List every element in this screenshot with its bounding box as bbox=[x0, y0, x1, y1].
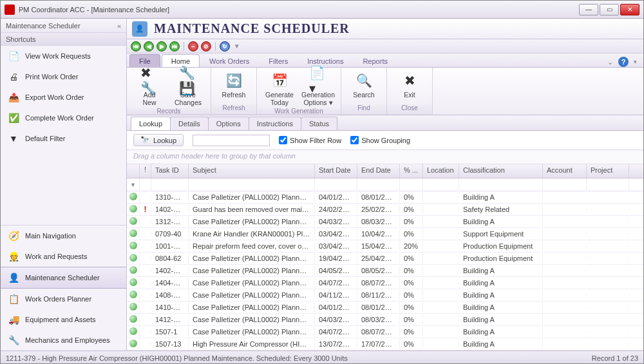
cell bbox=[423, 294, 459, 296]
qa-delete[interactable]: – bbox=[188, 41, 198, 52]
sidebar-header: Maintenance Scheduler « bbox=[1, 19, 126, 33]
close-button[interactable]: ✕ bbox=[620, 4, 639, 15]
ribbon-tab[interactable]: Work Orders bbox=[200, 54, 259, 67]
shortcut-icon: 📤 bbox=[7, 91, 20, 104]
table-row[interactable]: 1310-394Case Palletizer (PALL0002) Plann… bbox=[127, 191, 643, 204]
shortcut-item[interactable]: 📤Export Work Order bbox=[1, 87, 126, 108]
grouping-check[interactable] bbox=[350, 136, 359, 144]
sub-tab[interactable]: Instructions bbox=[249, 117, 301, 130]
qa-dropdown-icon[interactable]: ▾ bbox=[235, 42, 239, 50]
maximize-button[interactable]: ▭ bbox=[600, 4, 619, 15]
cell bbox=[423, 330, 459, 333]
column-header[interactable]: End Date bbox=[357, 164, 400, 178]
table-row[interactable]: 1404-400Case Palletizer (PALL0002) Plann… bbox=[127, 277, 643, 289]
qa-prev[interactable]: ◀ bbox=[144, 41, 154, 52]
shortcut-item[interactable]: 📄View Work Requests bbox=[1, 46, 126, 66]
column-header[interactable] bbox=[127, 164, 140, 178]
content: 👤 MAINTENANCE SCHEDULER ⏮ ◀ ▶ ⏭ – ⊘ ↻ ▾ … bbox=[127, 19, 643, 350]
collapse-icon[interactable]: « bbox=[117, 22, 121, 30]
filter-row-check[interactable] bbox=[279, 136, 287, 144]
search-button[interactable]: 🔍Search bbox=[345, 70, 383, 100]
table-row[interactable]: 0709-40Krane Air Handler (KRAN00001) Pla… bbox=[127, 228, 643, 240]
shortcut-item[interactable]: ✅Complete Work Order bbox=[1, 108, 126, 128]
table-row[interactable]: 1507-1Case Palletizer (PALL0002) Planned… bbox=[127, 326, 643, 338]
show-filter-row-checkbox[interactable]: Show Filter Row bbox=[279, 136, 341, 144]
help-icon[interactable]: ? bbox=[618, 57, 629, 67]
group-drop-area[interactable]: Drag a column header here to group by th… bbox=[127, 150, 643, 164]
nav-item[interactable]: 🚚Equipment and Assets bbox=[1, 309, 126, 330]
filter-cell[interactable] bbox=[423, 178, 459, 191]
ribbon-tab[interactable]: Reports bbox=[353, 54, 397, 67]
column-header[interactable]: Account bbox=[543, 164, 587, 178]
show-grouping-checkbox[interactable]: Show Grouping bbox=[350, 136, 410, 144]
cell bbox=[423, 208, 459, 211]
table-row[interactable]: 1412-404Case Palletizer (PALL0002) Plann… bbox=[127, 314, 643, 326]
sub-tab[interactable]: Lookup bbox=[131, 117, 171, 130]
filter-cell[interactable] bbox=[315, 178, 357, 191]
grid-body[interactable]: 1310-394Case Palletizer (PALL0002) Plann… bbox=[127, 191, 643, 350]
column-header[interactable]: Project bbox=[587, 164, 629, 178]
lookup-button[interactable]: 🔭 Lookup bbox=[133, 134, 184, 146]
add-new-button[interactable]: ✖🔧Add New bbox=[131, 70, 168, 108]
filter-cell[interactable] bbox=[357, 178, 400, 191]
lookup-input[interactable] bbox=[193, 135, 270, 146]
column-header[interactable]: ! bbox=[140, 164, 151, 178]
filter-cell[interactable] bbox=[189, 178, 315, 191]
nav-item[interactable]: 🔧Mechanics and Employees bbox=[1, 330, 126, 350]
nav-item[interactable]: 👷Work and Requests bbox=[1, 246, 126, 267]
sub-tab[interactable]: Details bbox=[170, 117, 209, 130]
qa-next[interactable]: ▶ bbox=[156, 41, 167, 52]
save-changes-button[interactable]: 🔧💾Save Changes bbox=[169, 70, 207, 108]
nav-item[interactable]: 📋Work Orders Planner bbox=[1, 289, 126, 309]
column-header[interactable]: Subject bbox=[189, 164, 315, 178]
nav-item[interactable]: 👤Maintenance Scheduler bbox=[1, 267, 126, 289]
qa-first[interactable]: ⏮ bbox=[131, 41, 141, 52]
table-row[interactable]: 0804-62Case Palletizer (PALL0002) Planne… bbox=[127, 253, 643, 265]
column-header[interactable]: Location bbox=[423, 164, 459, 178]
table-row[interactable]: 1410-403Case Palletizer (PALL0002) Plann… bbox=[127, 302, 643, 314]
filter-row[interactable]: ▼ bbox=[127, 178, 643, 191]
help-dropdown-icon[interactable]: ▾ bbox=[634, 59, 637, 65]
qa-refresh[interactable]: ↻ bbox=[220, 41, 230, 52]
column-header[interactable]: Task ID bbox=[151, 164, 189, 178]
refresh-button[interactable]: 🔄Refresh bbox=[215, 70, 252, 100]
cell bbox=[587, 318, 629, 321]
sub-tab[interactable]: Status bbox=[301, 117, 337, 130]
cell bbox=[587, 294, 629, 296]
filter-cell[interactable] bbox=[587, 178, 629, 191]
shortcut-item[interactable]: ▼Default Filter bbox=[1, 128, 126, 149]
cell bbox=[140, 257, 151, 260]
filter-cell[interactable] bbox=[151, 178, 189, 191]
table-row[interactable]: 1402-397Case Palletizer (PALL0002) Plann… bbox=[127, 265, 643, 277]
table-row[interactable]: 1312-396Case Palletizer (PALL0002) Plann… bbox=[127, 216, 643, 228]
table-row[interactable]: 1408-402Case Palletizer (PALL0002) Plann… bbox=[127, 289, 643, 302]
column-header[interactable]: Start Date bbox=[315, 164, 357, 178]
minimize-button[interactable]: — bbox=[579, 4, 598, 15]
qa-last[interactable]: ⏭ bbox=[169, 41, 180, 52]
cell bbox=[543, 196, 587, 198]
column-header[interactable]: % ... bbox=[400, 164, 423, 178]
globe-icon bbox=[129, 242, 137, 249]
globe-icon bbox=[129, 193, 137, 200]
scheduler-icon: 👤 bbox=[132, 21, 147, 37]
exit-button[interactable]: ✖Exit bbox=[391, 70, 428, 100]
column-header[interactable]: Classification bbox=[459, 164, 543, 178]
generation-options-button[interactable]: 📄▾Generation Options ▾ bbox=[299, 70, 337, 108]
filter-cell[interactable] bbox=[459, 178, 543, 191]
filter-cell[interactable] bbox=[543, 178, 587, 191]
shortcut-item[interactable]: 🖨Print Work Order bbox=[1, 66, 126, 87]
filter-cell[interactable]: ▼ bbox=[127, 178, 140, 191]
filter-cell[interactable] bbox=[400, 178, 423, 191]
generate-today-button[interactable]: 📅Generate Today bbox=[261, 70, 298, 108]
sub-tab[interactable]: Options bbox=[208, 117, 249, 130]
nav-item[interactable]: 🧭Main Navigation bbox=[1, 225, 126, 246]
table-row[interactable]: !1402-398Guard has been removed over mai… bbox=[127, 204, 643, 216]
filter-cell[interactable] bbox=[140, 178, 151, 191]
table-row[interactable]: 1001-202Repair preform feed cover, cover… bbox=[127, 240, 643, 253]
qa-cancel[interactable]: ⊘ bbox=[201, 41, 211, 52]
ribbon-collapse-icon[interactable]: ⌄ bbox=[607, 58, 613, 66]
cell: 15/04/2014 bbox=[357, 241, 400, 251]
ribbon-tab[interactable]: Filters bbox=[259, 54, 298, 67]
table-row[interactable]: 1507-13High Pressure Air Compressor (HIG… bbox=[127, 338, 643, 350]
cell bbox=[423, 306, 459, 309]
